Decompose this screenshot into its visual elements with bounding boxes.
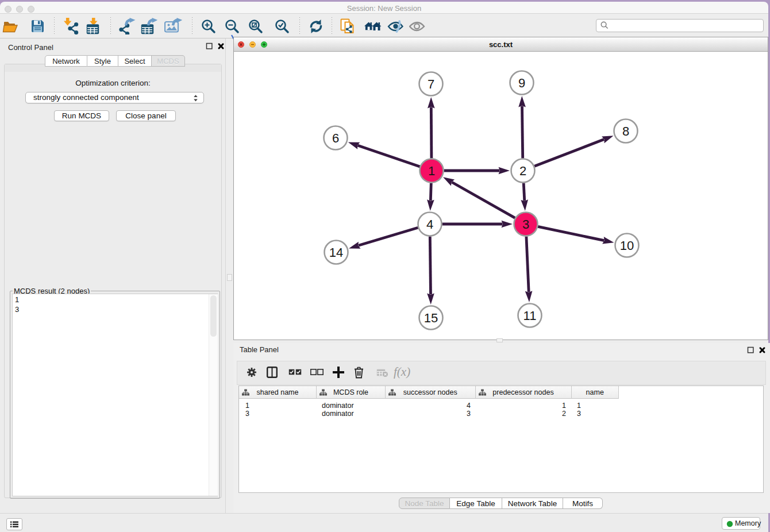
svg-text:14: 14 bbox=[329, 245, 343, 260]
svg-text:6: 6 bbox=[332, 131, 339, 145]
svg-text:9: 9 bbox=[518, 76, 525, 90]
svg-text:3: 3 bbox=[522, 217, 529, 232]
svg-text:2: 2 bbox=[519, 164, 526, 178]
svg-text:10: 10 bbox=[620, 238, 634, 253]
svg-text:15: 15 bbox=[424, 311, 438, 325]
svg-text:11: 11 bbox=[523, 309, 537, 323]
svg-text:8: 8 bbox=[622, 124, 629, 138]
svg-text:1: 1 bbox=[428, 164, 435, 178]
svg-text:7: 7 bbox=[428, 77, 434, 91]
svg-text:4: 4 bbox=[426, 217, 433, 232]
